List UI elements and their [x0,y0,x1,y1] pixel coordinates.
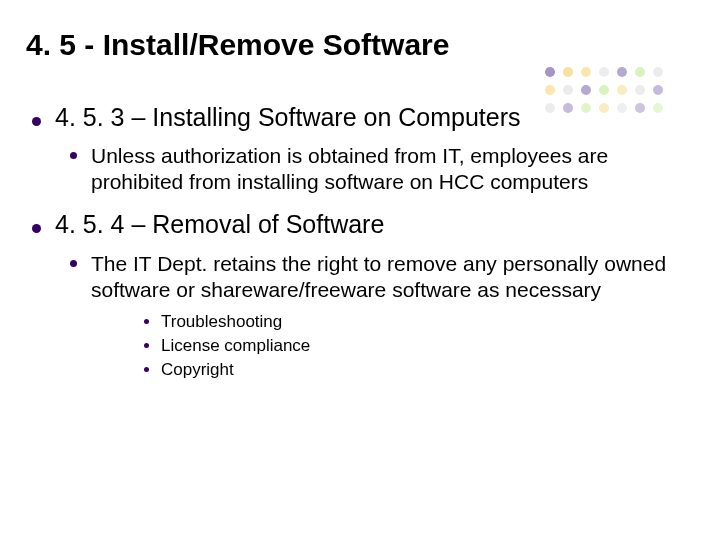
bullet-level1: 4. 5. 3 – Installing Software on Compute… [32,102,686,195]
body-text: The IT Dept. retains the right to remove… [91,251,686,303]
svg-point-10 [599,85,609,95]
svg-point-12 [635,85,645,95]
svg-point-4 [617,67,627,77]
bullet-level2: The IT Dept. retains the right to remove… [70,251,686,381]
bullet-icon [144,343,149,348]
bullet-icon [32,117,41,126]
svg-point-9 [581,85,591,95]
sub-item: Copyright [161,359,234,381]
svg-point-0 [545,67,555,77]
sub-item: Troubleshooting [161,311,282,333]
svg-point-8 [563,85,573,95]
bullet-icon [70,260,77,267]
bullet-level1: 4. 5. 4 – Removal of Software The IT Dep… [32,209,686,381]
section-heading: 4. 5. 3 – Installing Software on Compute… [55,102,521,133]
section-heading: 4. 5. 4 – Removal of Software [55,209,384,240]
bullet-icon [70,152,77,159]
bullet-icon [32,224,41,233]
svg-point-11 [617,85,627,95]
slide-title: 4. 5 - Install/Remove Software [26,28,686,62]
bullet-icon [144,319,149,324]
body-text: Unless authorization is obtained from IT… [91,143,686,195]
bullet-level3: Troubleshooting License compliance Copyr… [144,311,686,381]
svg-point-7 [545,85,555,95]
sub-item: License compliance [161,335,310,357]
svg-point-3 [599,67,609,77]
svg-point-5 [635,67,645,77]
svg-point-2 [581,67,591,77]
bullet-level2: Unless authorization is obtained from IT… [70,143,686,195]
svg-point-6 [653,67,663,77]
bullet-icon [144,367,149,372]
svg-point-13 [653,85,663,95]
svg-point-1 [563,67,573,77]
